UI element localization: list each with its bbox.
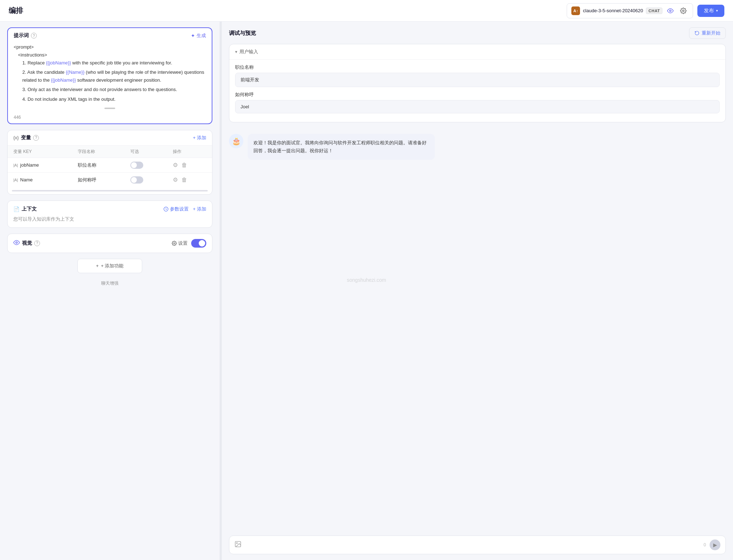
field-value-2[interactable]: Joel	[235, 100, 720, 113]
variables-card: {x} 变量 ? + 添加 变量 KEY 字段名称 可选 操作	[7, 130, 212, 195]
svg-point-0	[670, 10, 671, 12]
prompt-line: 2. Ask the candidate {{Name}} (who will …	[22, 68, 206, 84]
svg-point-4	[237, 542, 238, 543]
prompt-body[interactable]: <prompt> <instructions> 1. Replace {{job…	[8, 42, 212, 106]
variable-field-name: 如何称呼	[72, 172, 125, 187]
star-icon: ✦	[191, 33, 195, 39]
prompt-footer: 446	[8, 113, 212, 123]
image-upload-icon[interactable]	[234, 541, 242, 550]
char-counter: 0	[703, 542, 706, 547]
prompt-help-icon[interactable]: ?	[31, 33, 37, 39]
vision-title-group: 视觉 ?	[13, 239, 40, 247]
action-icons: ⚙ 🗑	[173, 162, 206, 168]
variable-key: jobName	[20, 162, 39, 168]
right-panel: 调试与预览 重新开始 ▾ 用户输入 职位名称 前端开发 如何称呼 Joel 🎂	[222, 22, 733, 560]
variables-table: 变量 KEY 字段名称 可选 操作 |A| jobName	[8, 145, 212, 187]
svg-point-1	[16, 241, 18, 243]
header: 编排 A↑ claude-3-5-sonnet-20240620 CHAT 发布…	[0, 0, 733, 22]
col-field-name: 字段名称	[72, 145, 125, 158]
send-button[interactable]: ▶	[710, 539, 720, 550]
field-value-1[interactable]: 前端开发	[235, 73, 720, 87]
settings-action-icon[interactable]: ⚙	[173, 162, 178, 168]
char-count: 446	[14, 115, 21, 120]
vision-eye-icon	[13, 239, 20, 247]
prompt-card: 提示词 ? ✦ 生成 <prompt> <instructions> 1. Re…	[7, 27, 212, 124]
optional-toggle-1[interactable]	[130, 162, 143, 169]
input-field-group: 职位名称 前端开发 如何称呼 Joel	[229, 60, 725, 122]
header-right: A↑ claude-3-5-sonnet-20240620 CHAT 发布 ▾	[567, 3, 724, 18]
prompt-title: 提示词	[14, 32, 29, 39]
context-title: 上下文	[22, 206, 37, 212]
variables-title: 变量	[21, 135, 31, 141]
context-actions: 参数设置 + 添加	[163, 206, 206, 212]
context-title-group: 📄 上下文	[13, 206, 37, 212]
add-variable-button[interactable]: + 添加	[193, 135, 206, 141]
key-type-icon: |A|	[13, 163, 18, 167]
key-cell: |A| jobName	[13, 162, 66, 168]
optional-toggle-2[interactable]	[130, 176, 143, 184]
col-action: 操作	[167, 145, 212, 158]
chat-enhance-label: 聊天增强	[7, 280, 212, 286]
model-settings-icon[interactable]	[678, 6, 688, 16]
add-context-button[interactable]: + 添加	[193, 206, 206, 212]
preview-header: 调试与预览 重新开始	[229, 27, 726, 39]
param-settings-button[interactable]: 参数设置	[163, 206, 189, 212]
variable-key: Name	[20, 177, 33, 182]
prompt-line: <instructions>	[18, 51, 206, 59]
prompt-line: 1. Replace {{jobName}} with the specific…	[22, 59, 206, 67]
variables-icon: {x}	[13, 135, 19, 140]
field-label-1: 职位名称	[235, 64, 720, 71]
vision-actions: 设置	[172, 239, 206, 248]
table-row: |A| Name 如何称呼 ⚙ 🗑	[8, 172, 212, 187]
vision-settings-button[interactable]: 设置	[172, 240, 188, 247]
message-bubble: 欢迎！我是你的面试官。我将向你询问与软件开发工程师职位相关的问题。请准备好回答，…	[248, 134, 435, 160]
vision-card: 视觉 ? 设置	[7, 234, 212, 253]
user-input-title: 用户输入	[239, 49, 258, 55]
chat-input-field[interactable]	[245, 542, 700, 548]
delete-action-icon[interactable]: 🗑	[181, 162, 187, 168]
vision-header: 视觉 ? 设置	[13, 239, 206, 248]
chat-area: 🎂 欢迎！我是你的面试官。我将向你询问与软件开发工程师职位相关的问题。请准备好回…	[229, 128, 726, 531]
left-panel: 提示词 ? ✦ 生成 <prompt> <instructions> 1. Re…	[0, 22, 220, 560]
avatar: 🎂	[229, 134, 243, 148]
eye-icon[interactable]	[665, 6, 675, 16]
prompt-line: 3. Only act as the interviewer and do no…	[22, 86, 206, 94]
plus-icon: +	[96, 263, 99, 268]
context-card: 📄 上下文 参数设置 + 添加 您可以导入知识库作为上下文	[7, 200, 212, 228]
restart-button[interactable]: 重新开始	[689, 27, 726, 39]
prompt-title-group: 提示词 ?	[14, 32, 37, 39]
send-icon: ▶	[713, 542, 717, 548]
prompt-header: 提示词 ? ✦ 生成	[8, 28, 212, 42]
variables-help-icon[interactable]: ?	[33, 135, 39, 141]
vision-title: 视觉	[22, 240, 32, 247]
page-title: 编排	[9, 6, 23, 15]
table-row: |A| jobName 职位名称 ⚙ 🗑	[8, 158, 212, 172]
variable-field-name: 职位名称	[72, 158, 125, 172]
key-cell: |A| Name	[13, 177, 66, 182]
preview-title: 调试与预览	[229, 30, 256, 37]
field-label-2: 如何称呼	[235, 91, 720, 98]
prompt-line: 4. Do not include any XML tags in the ou…	[22, 95, 206, 103]
settings-action-icon[interactable]: ⚙	[173, 176, 178, 183]
vision-help-icon[interactable]: ?	[34, 240, 40, 246]
variables-title-group: {x} 变量 ?	[13, 135, 39, 141]
col-optional: 可选	[125, 145, 167, 158]
publish-button[interactable]: 发布 ▾	[697, 5, 724, 17]
delete-action-icon[interactable]: 🗑	[181, 177, 187, 183]
vision-toggle[interactable]	[191, 239, 206, 248]
chevron-down-icon: ▾	[235, 49, 237, 54]
context-icon: 📄	[13, 206, 19, 212]
generate-button[interactable]: ✦ 生成	[191, 32, 206, 39]
add-feature-button[interactable]: + + 添加功能	[77, 259, 142, 273]
horizontal-scrollbar	[12, 190, 208, 191]
chat-input-area: 0 ▶	[229, 536, 726, 554]
chevron-down-icon: ▾	[716, 9, 718, 13]
model-selector[interactable]: A↑ claude-3-5-sonnet-20240620 CHAT	[567, 3, 693, 18]
prompt-line: <prompt>	[14, 43, 206, 51]
svg-point-2	[174, 243, 175, 244]
action-icons: ⚙ 🗑	[173, 176, 206, 183]
model-icon: A↑	[571, 6, 580, 15]
chat-message: 🎂 欢迎！我是你的面试官。我将向你询问与软件开发工程师职位相关的问题。请准备好回…	[229, 128, 726, 166]
user-input-header[interactable]: ▾ 用户输入	[229, 44, 725, 60]
variables-header: {x} 变量 ? + 添加	[8, 130, 212, 145]
